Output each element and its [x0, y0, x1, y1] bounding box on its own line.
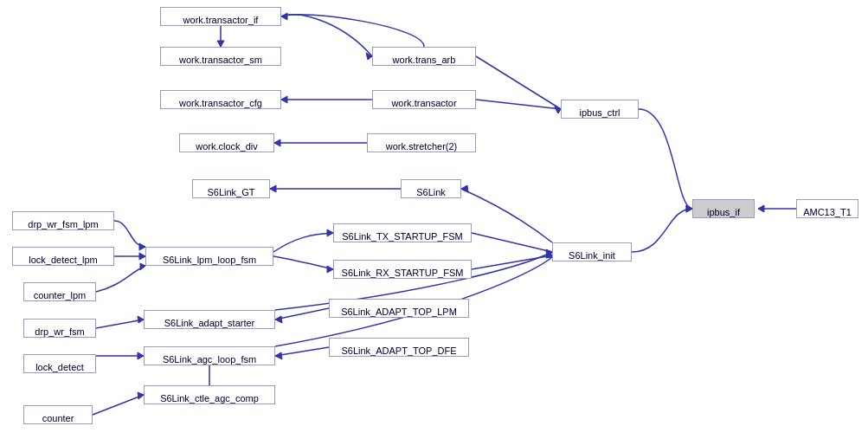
svg-marker-25: [366, 53, 372, 60]
node-work_transactor[interactable]: work.transactor: [372, 90, 476, 109]
svg-marker-4: [555, 107, 561, 113]
svg-marker-26: [281, 13, 287, 20]
svg-marker-8: [270, 185, 276, 192]
node-work_transactor_cfg[interactable]: work.transactor_cfg: [160, 90, 281, 109]
svg-marker-2: [686, 205, 692, 212]
diagram-container: work.transactor_ifwork.transactor_smwork…: [0, 0, 868, 439]
node-S6Link_lpm_loop_fsm[interactable]: S6Link_lpm_loop_fsm: [145, 247, 273, 266]
node-ipbus_if[interactable]: ipbus_if: [692, 199, 755, 218]
svg-marker-12: [327, 229, 333, 236]
svg-marker-0: [758, 205, 764, 212]
node-work_transactor_if[interactable]: work.transactor_if: [160, 7, 281, 26]
node-counter_lpm[interactable]: counter_lpm: [23, 282, 96, 301]
node-work_trans_arb[interactable]: work.trans_arb: [372, 47, 476, 66]
svg-marker-20: [546, 251, 552, 258]
node-S6Link_ADAPT_TOP_DFE[interactable]: S6Link_ADAPT_TOP_DFE: [329, 338, 469, 357]
svg-marker-18: [275, 352, 282, 359]
node-drp_wr_fsm[interactable]: drp_wr_fsm: [23, 319, 96, 338]
node-S6Link_ADAPT_TOP_LPM[interactable]: S6Link_ADAPT_TOP_LPM: [329, 299, 469, 318]
svg-marker-14: [139, 253, 145, 260]
node-work_transactor_sm[interactable]: work.transactor_sm: [160, 47, 281, 66]
svg-marker-10: [546, 250, 552, 257]
node-S6Link[interactable]: S6Link: [401, 179, 461, 198]
svg-marker-7: [274, 139, 280, 146]
svg-marker-1: [686, 205, 692, 212]
svg-marker-21: [138, 316, 144, 323]
node-lock_detect[interactable]: lock_detect: [23, 354, 96, 373]
svg-marker-13: [327, 266, 333, 273]
node-lock_detect_lpm[interactable]: lock_detect_lpm: [12, 247, 114, 266]
node-S6Link_ctle_agc_comp[interactable]: S6Link_ctle_agc_comp: [144, 385, 275, 404]
node-S6Link_adapt_starter[interactable]: S6Link_adapt_starter: [144, 310, 275, 329]
node-S6Link_TX_STARTUP_FSM[interactable]: S6Link_TX_STARTUP_FSM: [333, 223, 472, 242]
svg-marker-19: [546, 251, 552, 258]
svg-marker-5: [217, 41, 224, 47]
node-S6Link_RX_STARTUP_FSM[interactable]: S6Link_RX_STARTUP_FSM: [333, 260, 472, 279]
svg-marker-9: [546, 249, 552, 256]
node-S6Link_init[interactable]: S6Link_init: [552, 242, 632, 261]
node-AMC13_T1[interactable]: AMC13_T1: [796, 199, 858, 218]
svg-marker-22: [138, 352, 144, 359]
svg-marker-15: [139, 243, 145, 250]
svg-marker-11: [461, 185, 468, 192]
node-counter[interactable]: counter: [23, 405, 93, 424]
node-ipbus_ctrl[interactable]: ipbus_ctrl: [561, 100, 639, 119]
node-S6Link_GT[interactable]: S6Link_GT: [192, 179, 270, 198]
node-drp_wr_fsm_lpm[interactable]: drp_wr_fsm_lpm: [12, 211, 114, 230]
node-S6Link_agc_loop_fsm[interactable]: S6Link_agc_loop_fsm: [144, 346, 275, 365]
svg-marker-6: [281, 96, 287, 103]
node-work_clock_div[interactable]: work.clock_div: [179, 133, 274, 152]
svg-marker-23: [138, 392, 144, 399]
svg-marker-17: [275, 316, 282, 323]
node-work_stretcher2[interactable]: work.stretcher(2): [367, 133, 476, 152]
svg-marker-3: [555, 106, 561, 113]
